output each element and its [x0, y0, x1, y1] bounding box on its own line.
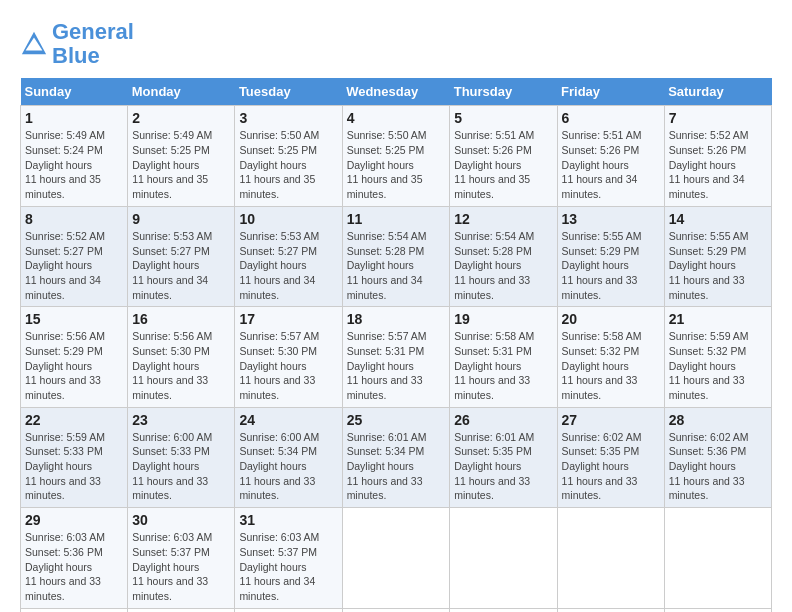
- day-cell-15: 15 Sunrise: 5:56 AM Sunset: 5:29 PM Dayl…: [21, 307, 128, 407]
- header-monday: Monday: [128, 78, 235, 106]
- day-cell-10: 10 Sunrise: 5:53 AM Sunset: 5:27 PM Dayl…: [235, 206, 342, 306]
- calendar-week-row: 1 Sunrise: 5:49 AM Sunset: 5:24 PM Dayli…: [21, 106, 772, 206]
- day-info: Sunrise: 5:55 AM Sunset: 5:29 PM Dayligh…: [562, 229, 660, 302]
- day-number: 15: [25, 311, 123, 327]
- day-info: Sunrise: 5:51 AM Sunset: 5:26 PM Dayligh…: [454, 128, 552, 201]
- header-wednesday: Wednesday: [342, 78, 450, 106]
- empty-cell: [450, 508, 557, 608]
- calendar-week-row: 8 Sunrise: 5:52 AM Sunset: 5:27 PM Dayli…: [21, 206, 772, 306]
- logo-icon: [20, 30, 48, 58]
- day-number: 28: [669, 412, 767, 428]
- day-info: Sunrise: 5:56 AM Sunset: 5:30 PM Dayligh…: [132, 329, 230, 402]
- day-cell-25: 25 Sunrise: 6:01 AM Sunset: 5:34 PM Dayl…: [342, 407, 450, 507]
- empty-cell: [342, 608, 450, 612]
- header-sunday: Sunday: [21, 78, 128, 106]
- day-cell-7: 7 Sunrise: 5:52 AM Sunset: 5:26 PM Dayli…: [664, 106, 771, 206]
- day-cell-3: 3 Sunrise: 5:50 AM Sunset: 5:25 PM Dayli…: [235, 106, 342, 206]
- day-info: Sunrise: 5:56 AM Sunset: 5:29 PM Dayligh…: [25, 329, 123, 402]
- day-info: Sunrise: 5:59 AM Sunset: 5:32 PM Dayligh…: [669, 329, 767, 402]
- calendar-table: SundayMondayTuesdayWednesdayThursdayFrid…: [20, 78, 772, 612]
- day-cell-8: 8 Sunrise: 5:52 AM Sunset: 5:27 PM Dayli…: [21, 206, 128, 306]
- day-number: 22: [25, 412, 123, 428]
- day-info: Sunrise: 5:54 AM Sunset: 5:28 PM Dayligh…: [347, 229, 446, 302]
- day-cell-18: 18 Sunrise: 5:57 AM Sunset: 5:31 PM Dayl…: [342, 307, 450, 407]
- day-info: Sunrise: 5:50 AM Sunset: 5:25 PM Dayligh…: [239, 128, 337, 201]
- day-number: 23: [132, 412, 230, 428]
- day-info: Sunrise: 6:00 AM Sunset: 5:33 PM Dayligh…: [132, 430, 230, 503]
- day-info: Sunrise: 5:58 AM Sunset: 5:32 PM Dayligh…: [562, 329, 660, 402]
- day-cell-9: 9 Sunrise: 5:53 AM Sunset: 5:27 PM Dayli…: [128, 206, 235, 306]
- day-cell-19: 19 Sunrise: 5:58 AM Sunset: 5:31 PM Dayl…: [450, 307, 557, 407]
- day-cell-12: 12 Sunrise: 5:54 AM Sunset: 5:28 PM Dayl…: [450, 206, 557, 306]
- calendar-header-row: SundayMondayTuesdayWednesdayThursdayFrid…: [21, 78, 772, 106]
- day-number: 5: [454, 110, 552, 126]
- day-cell-27: 27 Sunrise: 6:02 AM Sunset: 5:35 PM Dayl…: [557, 407, 664, 507]
- empty-cell: [21, 608, 128, 612]
- day-number: 29: [25, 512, 123, 528]
- day-number: 3: [239, 110, 337, 126]
- day-number: 17: [239, 311, 337, 327]
- day-number: 21: [669, 311, 767, 327]
- page-header: GeneralBlue: [20, 20, 772, 68]
- calendar-week-row: 15 Sunrise: 5:56 AM Sunset: 5:29 PM Dayl…: [21, 307, 772, 407]
- day-info: Sunrise: 5:54 AM Sunset: 5:28 PM Dayligh…: [454, 229, 552, 302]
- day-info: Sunrise: 6:01 AM Sunset: 5:34 PM Dayligh…: [347, 430, 446, 503]
- day-cell-28: 28 Sunrise: 6:02 AM Sunset: 5:36 PM Dayl…: [664, 407, 771, 507]
- day-info: Sunrise: 6:00 AM Sunset: 5:34 PM Dayligh…: [239, 430, 337, 503]
- day-number: 14: [669, 211, 767, 227]
- day-number: 30: [132, 512, 230, 528]
- logo-text: GeneralBlue: [52, 20, 134, 68]
- day-cell-26: 26 Sunrise: 6:01 AM Sunset: 5:35 PM Dayl…: [450, 407, 557, 507]
- empty-cell: [664, 508, 771, 608]
- day-number: 6: [562, 110, 660, 126]
- day-number: 25: [347, 412, 446, 428]
- day-cell-17: 17 Sunrise: 5:57 AM Sunset: 5:30 PM Dayl…: [235, 307, 342, 407]
- empty-cell: [557, 608, 664, 612]
- calendar-week-row: 22 Sunrise: 5:59 AM Sunset: 5:33 PM Dayl…: [21, 407, 772, 507]
- day-info: Sunrise: 5:51 AM Sunset: 5:26 PM Dayligh…: [562, 128, 660, 201]
- logo: GeneralBlue: [20, 20, 134, 68]
- day-number: 18: [347, 311, 446, 327]
- day-number: 16: [132, 311, 230, 327]
- calendar-body: 1 Sunrise: 5:49 AM Sunset: 5:24 PM Dayli…: [21, 106, 772, 612]
- day-cell-11: 11 Sunrise: 5:54 AM Sunset: 5:28 PM Dayl…: [342, 206, 450, 306]
- day-info: Sunrise: 6:03 AM Sunset: 5:37 PM Dayligh…: [239, 530, 337, 603]
- header-thursday: Thursday: [450, 78, 557, 106]
- day-info: Sunrise: 5:58 AM Sunset: 5:31 PM Dayligh…: [454, 329, 552, 402]
- day-info: Sunrise: 5:57 AM Sunset: 5:30 PM Dayligh…: [239, 329, 337, 402]
- day-cell-6: 6 Sunrise: 5:51 AM Sunset: 5:26 PM Dayli…: [557, 106, 664, 206]
- day-number: 26: [454, 412, 552, 428]
- day-info: Sunrise: 5:49 AM Sunset: 5:25 PM Dayligh…: [132, 128, 230, 201]
- empty-cell: [235, 608, 342, 612]
- day-cell-29: 29 Sunrise: 6:03 AM Sunset: 5:36 PM Dayl…: [21, 508, 128, 608]
- day-info: Sunrise: 6:02 AM Sunset: 5:35 PM Dayligh…: [562, 430, 660, 503]
- empty-cell: [128, 608, 235, 612]
- day-number: 7: [669, 110, 767, 126]
- day-cell-31: 31 Sunrise: 6:03 AM Sunset: 5:37 PM Dayl…: [235, 508, 342, 608]
- day-cell-20: 20 Sunrise: 5:58 AM Sunset: 5:32 PM Dayl…: [557, 307, 664, 407]
- day-info: Sunrise: 5:57 AM Sunset: 5:31 PM Dayligh…: [347, 329, 446, 402]
- day-cell-5: 5 Sunrise: 5:51 AM Sunset: 5:26 PM Dayli…: [450, 106, 557, 206]
- day-info: Sunrise: 5:50 AM Sunset: 5:25 PM Dayligh…: [347, 128, 446, 201]
- day-number: 24: [239, 412, 337, 428]
- calendar-week-row: [21, 608, 772, 612]
- day-number: 10: [239, 211, 337, 227]
- day-number: 2: [132, 110, 230, 126]
- day-number: 12: [454, 211, 552, 227]
- day-info: Sunrise: 6:03 AM Sunset: 5:37 PM Dayligh…: [132, 530, 230, 603]
- day-cell-23: 23 Sunrise: 6:00 AM Sunset: 5:33 PM Dayl…: [128, 407, 235, 507]
- empty-cell: [342, 508, 450, 608]
- day-cell-14: 14 Sunrise: 5:55 AM Sunset: 5:29 PM Dayl…: [664, 206, 771, 306]
- day-number: 20: [562, 311, 660, 327]
- day-info: Sunrise: 6:02 AM Sunset: 5:36 PM Dayligh…: [669, 430, 767, 503]
- day-number: 27: [562, 412, 660, 428]
- empty-cell: [450, 608, 557, 612]
- header-saturday: Saturday: [664, 78, 771, 106]
- day-info: Sunrise: 5:53 AM Sunset: 5:27 PM Dayligh…: [132, 229, 230, 302]
- header-friday: Friday: [557, 78, 664, 106]
- day-number: 11: [347, 211, 446, 227]
- day-number: 31: [239, 512, 337, 528]
- day-cell-13: 13 Sunrise: 5:55 AM Sunset: 5:29 PM Dayl…: [557, 206, 664, 306]
- empty-cell: [557, 508, 664, 608]
- day-info: Sunrise: 5:59 AM Sunset: 5:33 PM Dayligh…: [25, 430, 123, 503]
